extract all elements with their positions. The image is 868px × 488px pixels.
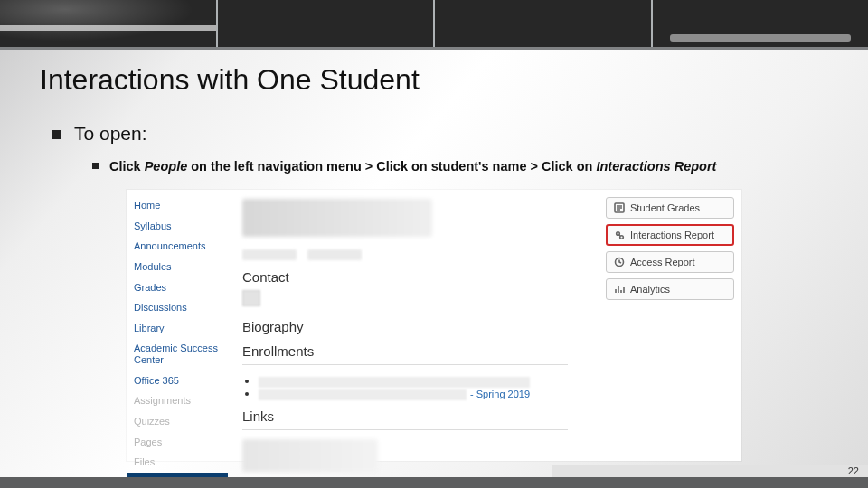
interactions-icon [614,230,625,240]
bullet-level-1: To open: [52,123,147,145]
sidebar-item-library[interactable]: Library [127,318,231,339]
clock-icon [614,257,625,267]
button-label: Student Grades [630,202,700,213]
divider [242,364,568,365]
analytics-button[interactable]: Analytics [606,278,734,300]
sidebar-item-home[interactable]: Home [127,195,231,216]
links-heading: Links [242,408,568,424]
footer-light-bar: 22 [552,465,868,477]
sidebar-item-pages[interactable]: Pages [127,432,231,453]
slide: Interactions with One Student To open: C… [0,0,868,488]
bullet-level-2: Click People on the left navigation menu… [92,159,716,174]
sidebar-item-modules[interactable]: Modules [127,257,231,277]
sidebar-item-quizzes[interactable]: Quizzes [127,411,231,432]
sidebar-item-office-365[interactable]: Office 365 [127,371,231,391]
access-report-button[interactable]: Access Report [606,251,734,273]
bullet-text-ir: Interactions Report [596,159,716,174]
sidebar-item-assignments[interactable]: Assignments [127,390,231,411]
svg-point-1 [617,232,620,236]
biography-heading: Biography [242,319,568,334]
bullet-square-icon [92,163,99,169]
sidebar-item-announcements[interactable]: Announcements [127,236,231,257]
page-title: Interactions with One Student [40,63,420,97]
banner-segment [651,0,869,47]
button-label: Analytics [630,284,670,295]
sidebar-item-academic-success-center[interactable]: Academic Success Center [127,338,231,370]
enrollments-heading: Enrollments [242,343,568,359]
redacted-field [259,377,530,388]
sidebar-item-syllabus[interactable]: Syllabus [127,216,231,237]
redacted-field [242,249,297,260]
footer-dark-bar [0,477,868,488]
bullet-text-lead: Click [109,159,145,174]
contact-icon [242,290,260,306]
bullet-square-icon [52,130,61,139]
bullet-text: To open: [74,123,147,144]
svg-point-2 [620,236,624,239]
bullet-text-people: People [145,159,188,174]
contact-heading: Contact [242,269,568,285]
banner-segment [0,0,216,47]
list-item [259,374,568,387]
redacted-field [307,249,362,260]
right-actions: Student GradesInteractions ReportAccess … [606,197,734,300]
analytics-icon [614,284,625,295]
enrollment-term: - Spring 2019 [470,389,530,399]
course-nav: HomeSyllabusAnnouncementsModulesGradesDi… [127,195,231,488]
redacted-name [242,199,432,237]
redacted-field [259,389,467,400]
embedded-screenshot: HomeSyllabusAnnouncementsModulesGradesDi… [127,190,741,461]
enrollments-list: - Spring 2019 [242,374,568,399]
top-banner [0,0,868,47]
student-grades-button[interactable]: Student Grades [606,197,734,219]
button-label: Interactions Report [630,230,714,240]
profile-center: Contact Biography Enrollments - Spring 2… [242,199,568,472]
sidebar-item-grades[interactable]: Grades [127,277,231,298]
sidebar-item-files[interactable]: Files [127,452,231,473]
interactions-report-button[interactable]: Interactions Report [606,224,734,246]
button-label: Access Report [630,257,695,267]
list-item: - Spring 2019 [259,387,568,399]
grades-icon [614,202,625,213]
divider [242,429,568,430]
sidebar-item-discussions[interactable]: Discussions [127,297,231,318]
banner-segment [433,0,651,47]
redacted-links [242,439,378,472]
bullet-text-mid: on the left navigation menu > Click on s… [187,159,596,174]
page-number: 22 [848,465,859,476]
banner-segment [216,0,434,47]
banner-underline [0,47,868,50]
